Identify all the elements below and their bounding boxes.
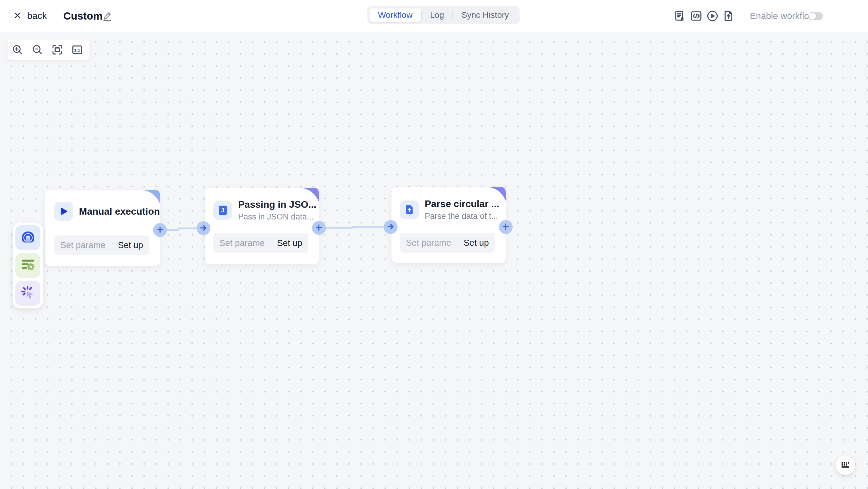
plus-icon xyxy=(501,222,510,232)
zoom-out-icon xyxy=(31,52,43,57)
fit-view-icon xyxy=(51,52,63,57)
run-workflow-button[interactable] xyxy=(706,9,719,23)
close-icon xyxy=(13,11,22,21)
export-file-icon xyxy=(722,19,735,24)
rename-workflow-button[interactable] xyxy=(101,10,113,22)
actual-size-button[interactable]: 1:1 xyxy=(71,44,83,56)
click-action-node-button[interactable] xyxy=(16,281,40,306)
zoom-in-button[interactable] xyxy=(11,44,24,56)
export-file-button[interactable] xyxy=(722,9,735,23)
input-port-node-3[interactable] xyxy=(384,220,398,234)
canvas-zoom-toolbar: 1:1 xyxy=(7,39,90,60)
node-parameters-bar: Set parame Set up xyxy=(213,233,308,253)
node-passing-in-json[interactable]: J Passing in JSO... Pass in JSON data...… xyxy=(205,188,319,265)
node-parse-circular[interactable]: Parse circular ... Parse the data of t..… xyxy=(392,187,506,263)
tab-workflow[interactable]: Workflow xyxy=(370,8,421,22)
log-document-button[interactable] xyxy=(673,9,687,23)
keyboard-icon xyxy=(840,460,851,470)
enable-workflow-label: Enable workflow xyxy=(750,0,815,32)
trigger-beacon-icon xyxy=(20,230,36,246)
node-subtitle: Pass in JSON data... xyxy=(238,212,316,222)
page-title: Custom xyxy=(63,0,102,32)
code-view-icon xyxy=(689,19,703,24)
play-trigger-icon xyxy=(54,202,73,221)
set-parameters-label: Set parame xyxy=(219,238,265,248)
add-node-port-2[interactable] xyxy=(312,221,326,235)
actual-size-label: 1:1 xyxy=(74,48,80,52)
plus-icon xyxy=(156,225,164,235)
back-button[interactable]: back xyxy=(13,0,47,32)
actual-size-icon: 1:1 xyxy=(71,52,83,57)
node-manual-execution[interactable]: Manual execution Set parame Set up xyxy=(45,190,160,266)
setup-button[interactable]: Set up xyxy=(277,238,302,248)
parameters-node-button[interactable] xyxy=(16,253,40,278)
node-parameters-bar: Set parame Set up xyxy=(54,236,149,255)
keyboard-shortcuts-button[interactable] xyxy=(836,456,855,475)
file-upload-icon xyxy=(400,201,418,219)
view-tab-group: Workflow Log Sync History xyxy=(367,6,520,24)
tab-log[interactable]: Log xyxy=(422,8,453,22)
enable-workflow-toggle[interactable] xyxy=(808,12,823,20)
run-workflow-icon xyxy=(706,19,719,24)
workflow-canvas[interactable]: 1:1 xyxy=(0,32,868,489)
header-divider xyxy=(54,10,54,22)
node-parameters-bar: Set parame Set up xyxy=(400,233,495,253)
node-palette-toolbar xyxy=(13,222,43,308)
trigger-node-button[interactable] xyxy=(16,225,40,250)
input-port-node-2[interactable] xyxy=(196,221,210,235)
zoom-out-button[interactable] xyxy=(31,44,43,56)
log-document-icon xyxy=(673,19,687,24)
cursor-click-icon xyxy=(20,285,36,302)
list-settings-icon xyxy=(20,257,36,274)
json-file-icon: J xyxy=(213,201,232,220)
plus-icon xyxy=(315,223,323,233)
zoom-in-icon xyxy=(11,52,24,57)
set-parameters-label: Set parame xyxy=(60,240,105,250)
node-title: Parse circular ... xyxy=(425,198,499,210)
edit-pencil-icon xyxy=(102,18,113,22)
header-divider xyxy=(741,11,741,21)
add-node-port-3[interactable] xyxy=(499,220,513,234)
setup-button[interactable]: Set up xyxy=(118,240,143,250)
toggle-knob xyxy=(809,13,816,20)
node-subtitle: Parse the data of t... xyxy=(425,212,499,221)
code-view-button[interactable] xyxy=(689,9,703,23)
json-letter: J xyxy=(221,207,224,214)
node-title: Passing in JSO... xyxy=(238,199,316,210)
add-node-port-1[interactable] xyxy=(153,223,167,237)
back-label: back xyxy=(27,10,47,22)
top-bar: back Custom Workflow Log Sync History xyxy=(0,0,868,32)
set-parameters-label: Set parame xyxy=(406,238,451,248)
tab-sync-history[interactable]: Sync History xyxy=(453,8,517,22)
fit-view-button[interactable] xyxy=(51,44,63,56)
node-title: Manual execution xyxy=(79,206,160,217)
arrow-right-icon xyxy=(386,222,395,232)
arrow-right-icon xyxy=(199,224,208,233)
setup-button[interactable]: Set up xyxy=(464,238,489,248)
